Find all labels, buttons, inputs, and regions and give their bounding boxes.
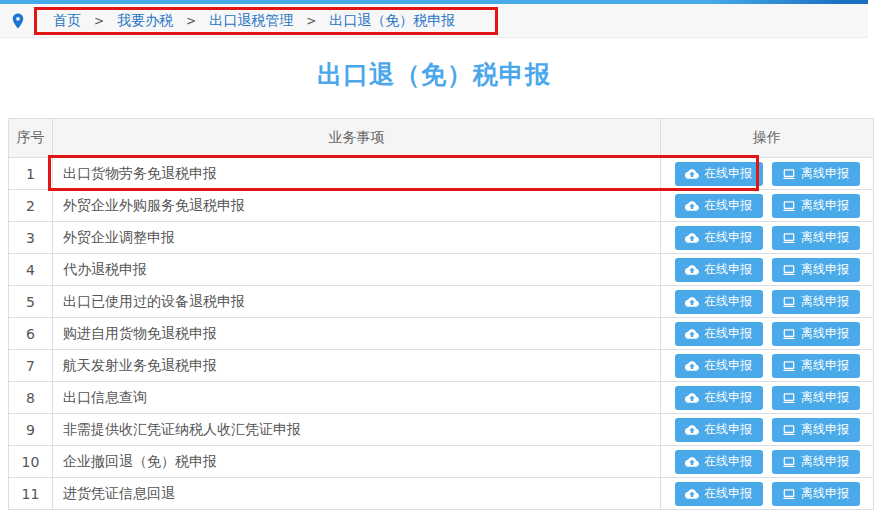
offline-declare-button[interactable]: 离线申报 [772, 450, 860, 474]
online-declare-button[interactable]: 在线申报 [675, 258, 763, 282]
row-actions: 在线申报 离线申报 [661, 382, 873, 413]
monitor-icon [782, 295, 796, 309]
monitor-icon [782, 423, 796, 437]
offline-declare-button[interactable]: 离线申报 [772, 354, 860, 378]
offline-declare-label: 离线申报 [801, 293, 849, 310]
monitor-icon [782, 455, 796, 469]
online-declare-button[interactable]: 在线申报 [675, 450, 763, 474]
table-row: 11 进货凭证信息回退 在线申报 离线申报 [9, 478, 873, 510]
online-declare-label: 在线申报 [704, 293, 752, 310]
offline-declare-button[interactable]: 离线申报 [772, 258, 860, 282]
online-declare-button[interactable]: 在线申报 [675, 386, 763, 410]
business-items-table: 序号 业务事项 操作 1 出口货物劳务免退税申报 在线申报 离线申报 2 外贸企… [8, 118, 874, 510]
offline-declare-button[interactable]: 离线申报 [772, 322, 860, 346]
offline-declare-label: 离线申报 [801, 357, 849, 374]
row-item-label: 企业撤回退（免）税申报 [53, 446, 661, 477]
table-row: 8 出口信息查询 在线申报 离线申报 [9, 382, 873, 414]
monitor-icon [782, 327, 796, 341]
row-index: 8 [9, 382, 53, 413]
row-actions: 在线申报 离线申报 [661, 414, 873, 445]
offline-declare-button[interactable]: 离线申报 [772, 482, 860, 506]
header-index: 序号 [9, 119, 53, 157]
breadcrumb-separator: > [94, 14, 104, 28]
row-actions: 在线申报 离线申报 [661, 286, 873, 317]
breadcrumb-item[interactable]: 我要办税 [117, 12, 173, 30]
cloud-upload-icon [685, 231, 699, 245]
row-index: 11 [9, 478, 53, 509]
row-item-label: 购进自用货物免退税申报 [53, 318, 661, 349]
monitor-icon [782, 199, 796, 213]
row-item-label: 外贸企业外购服务免退税申报 [53, 190, 661, 221]
online-declare-button[interactable]: 在线申报 [675, 290, 763, 314]
online-declare-label: 在线申报 [704, 485, 752, 502]
cloud-upload-icon [685, 423, 699, 437]
monitor-icon [782, 231, 796, 245]
monitor-icon [782, 263, 796, 277]
location-pin-icon [9, 12, 27, 30]
offline-declare-button[interactable]: 离线申报 [772, 162, 860, 186]
monitor-icon [782, 167, 796, 181]
online-declare-label: 在线申报 [704, 453, 752, 470]
online-declare-button[interactable]: 在线申报 [675, 418, 763, 442]
row-actions: 在线申报 离线申报 [661, 350, 873, 381]
offline-declare-label: 离线申报 [801, 197, 849, 214]
row-index: 6 [9, 318, 53, 349]
online-declare-label: 在线申报 [704, 165, 752, 182]
row-actions: 在线申报 离线申报 [661, 254, 873, 285]
row-item-label: 出口已使用过的设备退税申报 [53, 286, 661, 317]
table-row: 10 企业撤回退（免）税申报 在线申报 离线申报 [9, 446, 873, 478]
offline-declare-button[interactable]: 离线申报 [772, 226, 860, 250]
cloud-upload-icon [685, 327, 699, 341]
row-index: 1 [9, 158, 53, 189]
table-row: 4 代办退税申报 在线申报 离线申报 [9, 254, 873, 286]
header-item: 业务事项 [53, 119, 661, 157]
cloud-upload-icon [685, 167, 699, 181]
cloud-upload-icon [685, 487, 699, 501]
header-action: 操作 [661, 119, 873, 157]
offline-declare-button[interactable]: 离线申报 [772, 386, 860, 410]
breadcrumb-separator: > [306, 14, 316, 28]
cloud-upload-icon [685, 359, 699, 373]
online-declare-button[interactable]: 在线申报 [675, 482, 763, 506]
row-item-label: 非需提供收汇凭证纳税人收汇凭证申报 [53, 414, 661, 445]
row-actions: 在线申报 离线申报 [661, 446, 873, 477]
breadcrumb: 首页>我要办税>出口退税管理>出口退（免）税申报 [34, 7, 498, 35]
cloud-upload-icon [685, 391, 699, 405]
monitor-icon [782, 359, 796, 373]
online-declare-button[interactable]: 在线申报 [675, 322, 763, 346]
table-header-row: 序号 业务事项 操作 [9, 119, 873, 158]
online-declare-button[interactable]: 在线申报 [675, 194, 763, 218]
breadcrumb-item[interactable]: 出口退（免）税申报 [329, 12, 455, 30]
row-actions: 在线申报 离线申报 [661, 318, 873, 349]
row-index: 4 [9, 254, 53, 285]
row-actions: 在线申报 离线申报 [661, 222, 873, 253]
online-declare-button[interactable]: 在线申报 [675, 354, 763, 378]
online-declare-label: 在线申报 [704, 325, 752, 342]
cloud-upload-icon [685, 199, 699, 213]
breadcrumb-separator: > [186, 14, 196, 28]
online-declare-label: 在线申报 [704, 261, 752, 278]
offline-declare-button[interactable]: 离线申报 [772, 290, 860, 314]
row-index: 2 [9, 190, 53, 221]
offline-declare-button[interactable]: 离线申报 [772, 194, 860, 218]
row-index: 5 [9, 286, 53, 317]
cloud-upload-icon [685, 455, 699, 469]
offline-declare-button[interactable]: 离线申报 [772, 418, 860, 442]
offline-declare-label: 离线申报 [801, 261, 849, 278]
row-item-label: 进货凭证信息回退 [53, 478, 661, 509]
breadcrumb-item[interactable]: 首页 [53, 12, 81, 30]
offline-declare-label: 离线申报 [801, 421, 849, 438]
cloud-upload-icon [685, 263, 699, 277]
online-declare-label: 在线申报 [704, 421, 752, 438]
row-index: 3 [9, 222, 53, 253]
table-row: 7 航天发射业务免退税申报 在线申报 离线申报 [9, 350, 873, 382]
online-declare-button[interactable]: 在线申报 [675, 226, 763, 250]
breadcrumb-item[interactable]: 出口退税管理 [209, 12, 293, 30]
table-row: 1 出口货物劳务免退税申报 在线申报 离线申报 [9, 158, 873, 190]
offline-declare-label: 离线申报 [801, 485, 849, 502]
offline-declare-label: 离线申报 [801, 325, 849, 342]
row-item-label: 航天发射业务免退税申报 [53, 350, 661, 381]
monitor-icon [782, 487, 796, 501]
online-declare-button[interactable]: 在线申报 [675, 162, 763, 186]
cloud-upload-icon [685, 295, 699, 309]
